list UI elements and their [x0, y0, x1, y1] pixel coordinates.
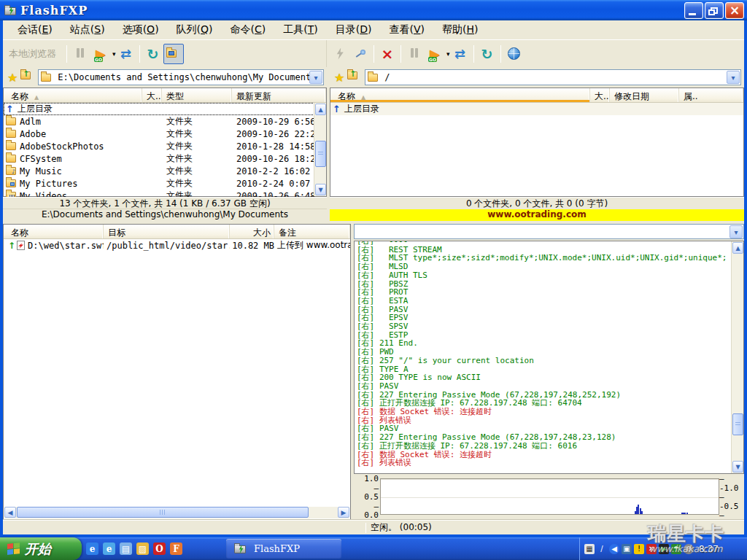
- scroll-left-button[interactable]: ◀: [4, 507, 16, 518]
- dropdown-button[interactable]: ▾: [727, 71, 740, 84]
- column-header-type[interactable]: 类型: [162, 88, 232, 102]
- pen-icon[interactable]: /: [597, 544, 607, 554]
- network-icon[interactable]: ▣: [622, 544, 632, 554]
- connect-button[interactable]: [350, 44, 371, 64]
- network-warning-icon[interactable]: !: [634, 544, 644, 554]
- start-button[interactable]: 开始: [0, 537, 82, 560]
- language-bar-icon[interactable]: ◀: [609, 544, 619, 554]
- menu-item-E[interactable]: 会话(E): [9, 21, 61, 39]
- local-path-combobox[interactable]: E:\Documents and Settings\chenwuhong\My …: [38, 69, 324, 85]
- menu-item-D[interactable]: 目录(D): [327, 21, 381, 39]
- column-header-name[interactable]: 名称▲: [4, 88, 142, 102]
- log-line: [右] PASV: [357, 306, 730, 314]
- remote-path-combobox[interactable]: / ▾: [365, 69, 741, 85]
- scroll-up-button[interactable]: ▲: [315, 104, 326, 115]
- site-manager-button[interactable]: [504, 44, 525, 64]
- queue-hscrollbar[interactable]: ◀ ▶: [4, 507, 349, 518]
- menu-item-V[interactable]: 查看(V): [381, 21, 434, 39]
- column-header-size[interactable]: 大小: [230, 225, 274, 238]
- bookmark-star-icon[interactable]: ★: [334, 71, 344, 85]
- transfer-button[interactable]: ⇄: [450, 44, 471, 64]
- go-dropdown-arrow[interactable]: ▾: [446, 50, 450, 58]
- taskbar-button-flashfxp[interactable]: FlashFXP: [226, 539, 341, 559]
- close-button[interactable]: ×: [725, 2, 744, 19]
- minimize-button[interactable]: [684, 2, 703, 19]
- local-list-scrollbar[interactable]: ▲ ▼: [314, 103, 326, 196]
- column-header-size[interactable]: 大..: [590, 88, 610, 102]
- queue-source: D:\wed\star.swf: [28, 241, 104, 251]
- file-row[interactable]: AdobeStockPhotos文件夹2010-1-28 14:58: [4, 140, 314, 152]
- menu-item-Q[interactable]: 队列(Q): [168, 21, 222, 39]
- up-directory-icon: ↑: [6, 104, 14, 114]
- dropdown-button[interactable]: ▾: [729, 225, 743, 238]
- go-button[interactable]: ▶GO: [425, 44, 445, 64]
- transfer-button[interactable]: ⇄: [116, 44, 136, 64]
- folder-icon[interactable]: ▨: [136, 542, 149, 555]
- type-cell: 文件夹: [162, 177, 232, 190]
- go-button[interactable]: ▶GO: [90, 44, 111, 64]
- pause-button[interactable]: [404, 44, 425, 64]
- log-scrollbar[interactable]: ▲ ▼: [731, 241, 743, 473]
- ie-icon[interactable]: e: [86, 542, 98, 555]
- file-name: My Music: [20, 166, 62, 176]
- file-row[interactable]: My Videos文件夹2009-10-26 6:48: [4, 190, 314, 197]
- bookmark-star-icon[interactable]: ★: [7, 71, 18, 85]
- column-header-date[interactable]: 最新更新: [232, 88, 326, 102]
- umbrella-icon[interactable]: ☂: [671, 544, 681, 554]
- ie-shortcut-icon[interactable]: e: [103, 542, 115, 555]
- pause-icon: [76, 48, 85, 60]
- security-shield-icon[interactable]: ✕: [646, 544, 657, 554]
- compare-folders-button[interactable]: [163, 44, 184, 64]
- scrollbar-thumb[interactable]: [17, 507, 309, 518]
- player-icon[interactable]: ▶: [659, 544, 669, 554]
- quick-connect-button[interactable]: [330, 44, 350, 64]
- file-row[interactable]: My Pictures文件夹2010-2-24 0:07: [4, 177, 314, 190]
- scrollbar-thumb[interactable]: [732, 413, 743, 435]
- pause-button[interactable]: [70, 44, 90, 64]
- title-bar: FlashFXP ×: [0, 0, 747, 20]
- dropdown-button[interactable]: ▾: [309, 71, 322, 84]
- column-header-note[interactable]: 备注: [274, 225, 350, 238]
- speed-spike: [684, 513, 686, 514]
- queue-size: 10.82 MB: [230, 239, 274, 252]
- menu-item-T[interactable]: 工具(T): [274, 21, 327, 39]
- keyboard-icon[interactable]: ▦: [584, 544, 595, 554]
- menu-item-H[interactable]: 帮助(H): [433, 21, 487, 39]
- menu-item-C[interactable]: 命令(C): [222, 21, 275, 39]
- notepad-icon[interactable]: ▤: [120, 542, 132, 555]
- refresh-button[interactable]: ↻: [143, 44, 163, 64]
- scroll-down-button[interactable]: ▼: [732, 461, 743, 472]
- refresh-button[interactable]: ↻: [477, 44, 498, 64]
- menu-item-S[interactable]: 站点(S): [61, 21, 114, 39]
- parent-folder-button[interactable]: ↑: [20, 71, 34, 83]
- remote-path-row: ★ ↑ / ▾: [330, 67, 744, 88]
- disconnect-button[interactable]: ×: [377, 44, 398, 64]
- up-directory-row[interactable]: ↑上层目录: [330, 103, 743, 115]
- file-row[interactable]: ♪My Music文件夹2010-2-2 16:02: [4, 165, 314, 177]
- column-header-target[interactable]: 目标: [104, 225, 230, 238]
- column-header-name[interactable]: 名称▲: [330, 88, 590, 102]
- file-row[interactable]: CFSystem文件夹2009-10-26 18:29: [4, 152, 314, 165]
- column-header-size[interactable]: 大..: [142, 88, 162, 102]
- log-filter-combobox[interactable]: ▾: [354, 224, 744, 239]
- scrollbar-thumb[interactable]: [315, 141, 326, 167]
- opera-icon[interactable]: O: [153, 542, 166, 555]
- go-dropdown-arrow[interactable]: ▾: [112, 50, 116, 58]
- start-label: 开始: [25, 540, 51, 558]
- restore-button[interactable]: [705, 2, 724, 19]
- column-header-date[interactable]: 修改日期: [610, 88, 679, 102]
- parent-folder-button[interactable]: ↑: [347, 71, 360, 83]
- scroll-right-button[interactable]: ▶: [338, 507, 349, 518]
- firefox-icon[interactable]: F: [170, 542, 182, 555]
- scroll-up-button[interactable]: ▲: [732, 242, 743, 254]
- refresh-icon: ↻: [147, 46, 159, 62]
- file-row[interactable]: Adobe文件夹2009-10-26 22:22: [4, 128, 314, 140]
- column-header-name[interactable]: 名称: [4, 225, 104, 238]
- file-row[interactable]: Adlm文件夹2009-10-29 6:56: [4, 115, 314, 128]
- scroll-down-button[interactable]: ▼: [315, 184, 326, 195]
- queue-row[interactable]: ↑D:\wed\star.swf/public_html/video/star.…: [4, 239, 350, 252]
- up-directory-row[interactable]: ↑上层目录: [4, 103, 314, 115]
- menu-item-O[interactable]: 选项(O): [114, 21, 168, 39]
- disabled-clock-icon[interactable]: ⊘: [684, 544, 694, 554]
- column-header-attr[interactable]: 属..: [679, 88, 743, 102]
